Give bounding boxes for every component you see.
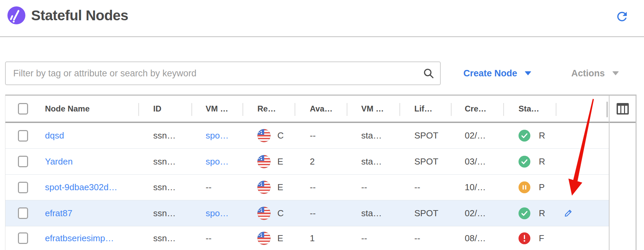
status-value: R: [539, 130, 549, 141]
node-id: ssn…: [153, 208, 176, 219]
availability-value: --: [310, 130, 316, 141]
columns-icon: [617, 103, 629, 115]
column-header-id: ID: [153, 96, 161, 122]
column-header-node-name: Node Name: [45, 96, 90, 122]
table-row[interactable]: Yarden ssn… spo… E 2 sta… SPOT 03/… R: [5, 149, 637, 175]
row-checkbox[interactable]: [18, 207, 28, 219]
row-checkbox[interactable]: [18, 182, 28, 193]
actions-button[interactable]: Actions: [571, 64, 619, 82]
column-header-created: Cre…: [465, 96, 486, 122]
us-flag-icon: [257, 129, 271, 142]
row-checkbox[interactable]: [18, 130, 28, 142]
region-value: E: [277, 156, 283, 167]
status-value: P: [539, 182, 549, 193]
table-row-selected[interactable]: efrat87 ssn… spo… C -- sta… SPOT 02/… R: [5, 200, 637, 226]
check-circle-icon: [519, 156, 530, 168]
lifecycle-value: SPOT: [414, 130, 438, 141]
created-value: 02/…: [465, 130, 486, 141]
column-separator: [606, 102, 608, 117]
status-value: R: [539, 208, 549, 219]
created-value: 03/…: [465, 156, 486, 167]
vm-image-link[interactable]: spo…: [206, 208, 229, 219]
table-row[interactable]: dqsd ssn… spo… C -- sta… SPOT 02/… R: [5, 123, 637, 149]
error-circle-icon: [519, 232, 530, 244]
refresh-icon: [615, 9, 629, 24]
status-value: R: [539, 156, 549, 167]
table-row[interactable]: efratbseriesimp… ssn… -- E 1 -- -- 08/… …: [5, 226, 637, 250]
availability-value: 1: [310, 233, 315, 244]
us-flag-icon: [257, 232, 271, 245]
node-id: ssn…: [153, 130, 176, 141]
lifecycle-value: --: [414, 233, 420, 244]
select-all-checkbox[interactable]: [18, 103, 28, 115]
column-header-status: Sta…: [519, 96, 539, 122]
region-value: C: [277, 130, 284, 141]
lifecycle-value: --: [414, 182, 420, 193]
status-value: F: [539, 233, 549, 244]
us-flag-icon: [257, 207, 271, 220]
node-id: ssn…: [153, 156, 176, 167]
filter-box: [5, 61, 441, 85]
lifecycle-value: SPOT: [414, 208, 438, 219]
column-separator: [138, 103, 139, 116]
table-header-row: Node Name ID VM … Re… Ava… VM … Lif… Cre…: [5, 95, 637, 123]
vm-image-link[interactable]: spo…: [206, 130, 229, 141]
column-separator: [347, 103, 347, 116]
region-value: E: [277, 182, 283, 193]
edit-node-button[interactable]: [564, 208, 574, 218]
column-separator: [503, 103, 504, 116]
vm-spec-value: sta…: [361, 156, 382, 167]
vm-image-value: --: [206, 233, 211, 244]
created-value: 08/…: [465, 233, 486, 244]
availability-value: --: [310, 182, 316, 193]
vm-spec-value: sta…: [361, 208, 382, 219]
node-id: ssn…: [153, 233, 176, 244]
top-bar: Stateful Nodes: [0, 0, 644, 37]
vm-image-link[interactable]: spo…: [206, 156, 229, 167]
node-name-link[interactable]: dqsd: [45, 130, 64, 141]
region-value: E: [277, 233, 283, 244]
created-value: 02/…: [465, 208, 486, 219]
node-name-link[interactable]: spot-9dbae302d…: [45, 182, 117, 193]
chevron-down-icon: [525, 71, 531, 75]
stateful-nodes-table: Node Name ID VM … Re… Ava… VM … Lif… Cre…: [5, 95, 637, 250]
column-header-vm-image: VM …: [206, 96, 228, 122]
column-header-vm-spec: VM …: [361, 96, 384, 122]
pinned-column: [609, 95, 637, 250]
column-separator: [243, 103, 243, 116]
column-separator: [295, 103, 295, 116]
check-circle-icon: [519, 130, 530, 142]
table-row[interactable]: spot-9dbae302d… ssn… -- E -- -- -- 10/… …: [5, 175, 637, 200]
column-separator: [399, 103, 400, 116]
created-value: 10/…: [465, 182, 486, 193]
availability-value: 2: [310, 156, 315, 167]
us-flag-icon: [257, 181, 271, 194]
node-name-link[interactable]: efrat87: [45, 208, 72, 219]
column-separator: [451, 103, 452, 116]
node-id: ssn…: [153, 182, 176, 193]
node-name-link[interactable]: Yarden: [45, 156, 73, 167]
lifecycle-value: SPOT: [414, 156, 438, 167]
column-separator: [191, 103, 192, 116]
spot-logo-icon: [7, 6, 25, 24]
create-node-label: Create Node: [463, 68, 517, 79]
page-title: Stateful Nodes: [31, 7, 128, 24]
column-header-availability: Ava…: [310, 96, 332, 122]
column-separator: [556, 103, 556, 116]
vm-spec-value: --: [361, 182, 367, 193]
column-header-region: Re…: [257, 96, 276, 122]
filter-input[interactable]: [6, 62, 440, 84]
actions-label: Actions: [571, 68, 605, 79]
refresh-button[interactable]: [615, 9, 629, 24]
pause-circle-icon: [519, 181, 530, 193]
search-icon[interactable]: [422, 67, 435, 79]
node-name-link[interactable]: efratbseriesimp…: [45, 233, 114, 244]
column-picker-button[interactable]: [617, 103, 629, 115]
row-checkbox[interactable]: [18, 156, 28, 167]
check-circle-icon: [519, 207, 530, 219]
us-flag-icon: [257, 155, 271, 168]
availability-value: --: [310, 208, 316, 219]
row-checkbox[interactable]: [18, 232, 28, 244]
vm-spec-value: --: [361, 233, 367, 244]
create-node-button[interactable]: Create Node: [463, 64, 531, 82]
